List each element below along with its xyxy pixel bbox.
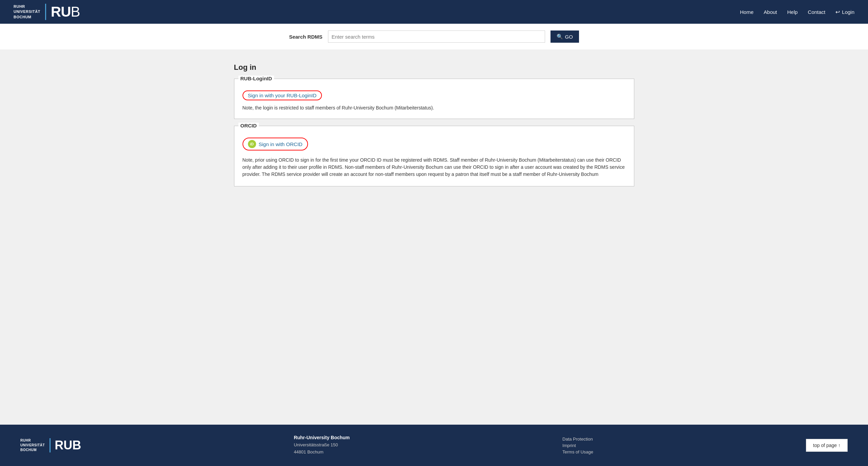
nav-home[interactable]: Home bbox=[740, 9, 754, 15]
nav-contact[interactable]: Contact bbox=[808, 9, 826, 15]
orcid-section-legend: ORCID bbox=[238, 123, 259, 128]
rub-login-section: RUB-LoginID Sign in with your RUB-LoginI… bbox=[234, 79, 634, 119]
nav-about[interactable]: About bbox=[764, 9, 777, 15]
orcid-section: ORCID iD Sign in with ORCID Note, prior … bbox=[234, 126, 634, 186]
footer-imprint-link[interactable]: Imprint bbox=[562, 443, 593, 448]
rub-note: Note, the login is restricted to staff m… bbox=[243, 105, 626, 110]
footer-address: Universitätsstraße 150 44801 Bochum bbox=[294, 442, 350, 456]
orcid-login-link[interactable]: Sign in with ORCID bbox=[259, 141, 303, 147]
search-label: Search RDMS bbox=[289, 34, 322, 40]
main-content: Log in RUB-LoginID Sign in with your RUB… bbox=[214, 49, 655, 425]
nav-login[interactable]: ↩ Login bbox=[835, 9, 854, 15]
search-bar-inner: Search RDMS 🔍 GO bbox=[289, 31, 579, 43]
logo-text: RUHR UNIVERSITÄT BOCHUM bbox=[14, 4, 40, 20]
footer-logo-text: RUHR UNIVERSITÄT BOCHUM bbox=[20, 438, 45, 452]
rub-login-link[interactable]: Sign in with your RUB-LoginID bbox=[243, 90, 322, 100]
top-of-page-button[interactable]: top of page ↑ bbox=[806, 439, 848, 452]
rub-section-legend: RUB-LoginID bbox=[238, 76, 274, 81]
footer-university: Ruhr-University Bochum bbox=[294, 435, 350, 440]
footer-logo-area: RUHR UNIVERSITÄT BOCHUM RUB bbox=[20, 438, 81, 452]
search-bar-area: Search RDMS 🔍 GO bbox=[0, 24, 868, 49]
footer-data-protection-link[interactable]: Data Protection bbox=[562, 437, 593, 442]
main-nav: Home About Help Contact ↩ Login bbox=[740, 9, 854, 15]
logo-area: RUHR UNIVERSITÄT BOCHUM RUB bbox=[14, 4, 80, 20]
footer-logo-rub: RUB bbox=[50, 438, 81, 452]
site-footer: RUHR UNIVERSITÄT BOCHUM RUB Ruhr-Univers… bbox=[0, 425, 868, 466]
search-button[interactable]: 🔍 GO bbox=[551, 31, 579, 43]
orcid-section-inner: iD Sign in with ORCID Note, prior using … bbox=[243, 138, 626, 178]
footer-links: Data Protection Imprint Terms of Usage bbox=[562, 437, 593, 454]
footer-center: Ruhr-University Bochum Universitätsstraß… bbox=[294, 435, 350, 456]
login-icon: ↩ bbox=[835, 9, 840, 15]
orcid-icon: iD bbox=[248, 140, 256, 148]
search-input[interactable] bbox=[328, 31, 545, 43]
rub-section-inner: Sign in with your RUB-LoginID Note, the … bbox=[243, 90, 626, 110]
site-header: RUHR UNIVERSITÄT BOCHUM RUB Home About H… bbox=[0, 0, 868, 24]
page-title: Log in bbox=[234, 63, 634, 72]
logo-rub: RUB bbox=[45, 4, 80, 20]
orcid-link-row[interactable]: iD Sign in with ORCID bbox=[243, 138, 308, 150]
nav-help[interactable]: Help bbox=[787, 9, 798, 15]
orcid-note: Note, prior using ORCID to sign in for t… bbox=[243, 157, 626, 178]
footer-terms-link[interactable]: Terms of Usage bbox=[562, 449, 593, 454]
search-icon: 🔍 bbox=[557, 34, 563, 40]
